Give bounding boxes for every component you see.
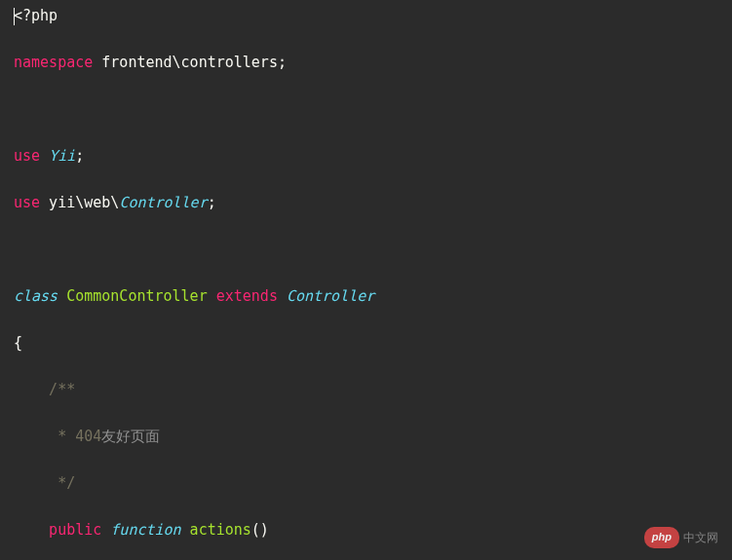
function-name: actions [181, 521, 251, 539]
code-line: use yii\web\Controller; [0, 191, 732, 214]
text: ; [208, 194, 216, 211]
keyword: use [14, 194, 40, 211]
brace: { [14, 334, 22, 352]
text: () [251, 521, 269, 539]
text [278, 287, 287, 305]
code-line: /** [0, 378, 732, 401]
class-ref: Yii [49, 147, 75, 165]
text [101, 521, 110, 539]
code-line: use Yii; [0, 144, 732, 168]
php-tag: <?php [14, 7, 58, 24]
code-line: */ [0, 471, 732, 495]
keyword: use [14, 147, 40, 165]
code-line: { [0, 331, 732, 355]
code-line: public function actions() [0, 518, 732, 541]
keyword: class [14, 287, 58, 305]
code-block: <?php namespace frontend\controllers; us… [0, 4, 732, 560]
keyword: namespace [14, 54, 93, 71]
keyword: extends [216, 287, 278, 305]
watermark: php 中文网 [644, 527, 718, 548]
text: yii\web\ [40, 194, 119, 211]
namespace-path: frontend\controllers; [93, 54, 287, 71]
comment: /** [14, 381, 75, 398]
class-ref: Controller [287, 287, 374, 305]
comment: * 404 [14, 428, 101, 445]
keyword: public [14, 521, 101, 539]
code-line [0, 97, 732, 121]
text: ; [75, 147, 84, 165]
class-name: CommonController [58, 287, 216, 305]
watermark-logo: php [644, 527, 679, 548]
class-ref: Controller [119, 194, 207, 211]
comment: 友好页面 [101, 428, 160, 445]
watermark-text: 中文网 [683, 529, 718, 547]
code-line [0, 238, 732, 261]
keyword: function [110, 521, 180, 539]
code-line: class CommonController extends Controlle… [0, 284, 732, 308]
code-line: namespace frontend\controllers; [0, 51, 732, 74]
code-line: * 404友好页面 [0, 425, 732, 448]
comment: */ [14, 474, 75, 492]
code-line: <?php [0, 4, 732, 27]
text [40, 147, 49, 165]
